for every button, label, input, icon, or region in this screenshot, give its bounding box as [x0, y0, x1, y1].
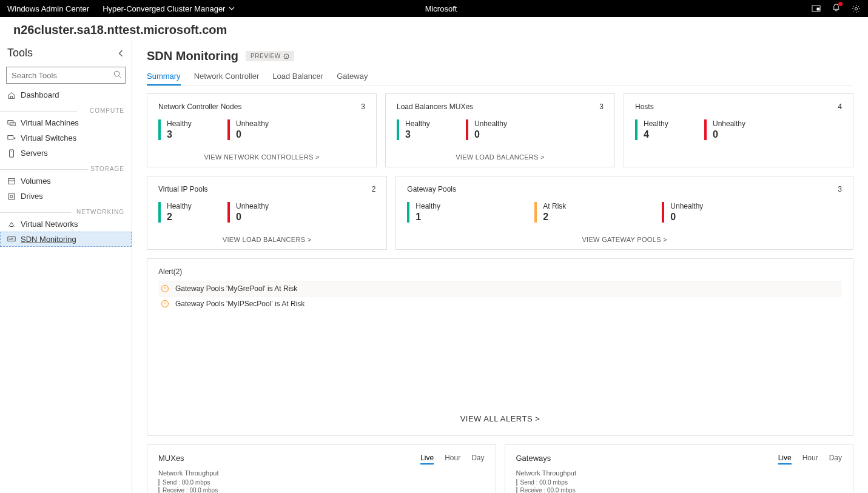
manager-label: Hyper-Converged Cluster Manager — [103, 4, 225, 13]
range-day-2[interactable]: Day — [829, 454, 842, 464]
section-networking: NETWORKING — [0, 209, 132, 215]
collapse-icon[interactable] — [117, 50, 124, 57]
svg-point-11 — [10, 195, 13, 197]
microsoft-logo: Microsoft — [411, 4, 457, 14]
tab-load-balancer[interactable]: Load Balancer — [272, 69, 323, 86]
home-icon — [7, 91, 16, 99]
search-input[interactable] — [6, 67, 126, 84]
microsoft-label: Microsoft — [425, 4, 457, 13]
main-content: SDN Monitoring PREVIEW Summary Network C… — [132, 41, 868, 493]
svg-rect-1 — [816, 7, 819, 10]
range-hour-2[interactable]: Hour — [802, 454, 818, 464]
chart-muxes-title: MUXes — [158, 454, 184, 463]
top-bar: Windows Admin Center Hyper-Converged Clu… — [0, 0, 868, 17]
card-load-balancers-muxes: Load Balancers MUXes3 Healthy3 Unhealthy… — [385, 93, 615, 167]
link-view-load-balancers[interactable]: VIEW LOAD BALANCERS > — [397, 153, 604, 161]
tools-title: Tools — [7, 47, 33, 59]
svg-rect-6 — [8, 135, 13, 139]
timerange-muxes: Live Hour Day — [420, 454, 484, 464]
notification-icon[interactable] — [832, 3, 841, 14]
svg-point-2 — [855, 7, 857, 10]
svg-point-3 — [114, 71, 119, 76]
switch-icon — [7, 134, 16, 143]
vm-icon — [7, 119, 16, 127]
svg-rect-9 — [8, 178, 15, 184]
link-view-network-controllers[interactable]: VIEW NETWORK CONTROLLERS > — [158, 153, 365, 161]
tab-summary[interactable]: Summary — [147, 69, 181, 86]
link-view-load-balancers-2[interactable]: VIEW LOAD BALANCERS > — [158, 236, 375, 243]
timerange-gateways: Live Hour Day — [778, 454, 842, 464]
link-view-gateway-pools[interactable]: VIEW GATEWAY POOLS > — [407, 236, 842, 243]
card-virtual-ip-pools: Virtual IP Pools2 Healthy2 Unhealthy0 VI… — [147, 176, 387, 250]
monitor-icon — [7, 235, 16, 244]
cluster-name: n26cluster.sa18.nttest.microsoft.com — [0, 17, 868, 41]
section-compute: COMPUTE — [0, 107, 132, 114]
card-muxes-chart: MUXes Live Hour Day Network Throughput S… — [147, 444, 496, 493]
chart-gateways-title: Gateways — [516, 454, 551, 463]
drive-icon — [7, 192, 16, 201]
svg-point-8 — [11, 150, 12, 151]
link-view-all-alerts[interactable]: VIEW ALL ALERTS > — [158, 414, 842, 423]
section-storage: STORAGE — [0, 166, 132, 172]
card-gateway-pools: Gateway Pools3 Healthy1 At Risk2 Unhealt… — [395, 176, 853, 250]
card-hosts: Hosts4 Healthy4 Unhealthy0 — [624, 93, 853, 167]
range-live[interactable]: Live — [420, 454, 434, 464]
nav-virtual-machines[interactable]: Virtual Machines — [0, 115, 132, 130]
nav-drives[interactable]: Drives — [0, 189, 132, 204]
card-network-controller-nodes: Network Controller Nodes3 Healthy3 Unhea… — [147, 93, 377, 167]
manager-dropdown[interactable]: Hyper-Converged Cluster Manager — [103, 4, 235, 13]
alert-row[interactable]: Gateway Pools 'MyGrePool' is At Risk — [158, 281, 842, 296]
nav-volumes[interactable]: Volumes — [0, 173, 132, 189]
feedback-icon[interactable] — [812, 4, 821, 13]
volume-icon — [7, 177, 16, 186]
network-icon — [7, 220, 16, 229]
svg-rect-7 — [10, 149, 14, 156]
server-icon — [7, 149, 16, 158]
search-icon[interactable] — [113, 70, 122, 79]
nav-servers[interactable]: Servers — [0, 146, 132, 161]
warning-icon — [161, 284, 169, 293]
card-gateways-chart: Gateways Live Hour Day Network Throughpu… — [505, 444, 854, 493]
range-day[interactable]: Day — [471, 454, 484, 464]
sidebar: Tools Dashboard COMPUTE Virtual Machines… — [0, 41, 132, 493]
range-hour[interactable]: Hour — [445, 454, 460, 464]
range-live-2[interactable]: Live — [778, 454, 792, 464]
card-alerts: Alert(2) Gateway Pools 'MyGrePool' is At… — [147, 258, 853, 436]
notification-badge — [838, 2, 843, 6]
nav-virtual-switches[interactable]: Virtual Switches — [0, 130, 132, 146]
gear-icon[interactable] — [852, 4, 861, 13]
alert-row[interactable]: Gateway Pools 'MyIPSecPool' is At Risk — [158, 296, 842, 311]
brand-label[interactable]: Windows Admin Center — [7, 4, 89, 13]
page-title: SDN Monitoring — [147, 49, 238, 63]
warning-icon — [161, 300, 169, 308]
tab-network-controller[interactable]: Network Controller — [194, 69, 260, 86]
nav-virtual-networks[interactable]: Virtual Networks — [0, 216, 132, 232]
svg-rect-10 — [9, 193, 15, 200]
nav-sdn-monitoring[interactable]: SDN Monitoring — [0, 232, 132, 247]
chevron-down-icon — [229, 5, 235, 12]
tabs: Summary Network Controller Load Balancer… — [147, 69, 853, 86]
preview-badge: PREVIEW — [246, 51, 294, 61]
tab-gateway[interactable]: Gateway — [337, 69, 368, 86]
nav-dashboard[interactable]: Dashboard — [0, 87, 132, 102]
info-icon — [283, 53, 289, 59]
